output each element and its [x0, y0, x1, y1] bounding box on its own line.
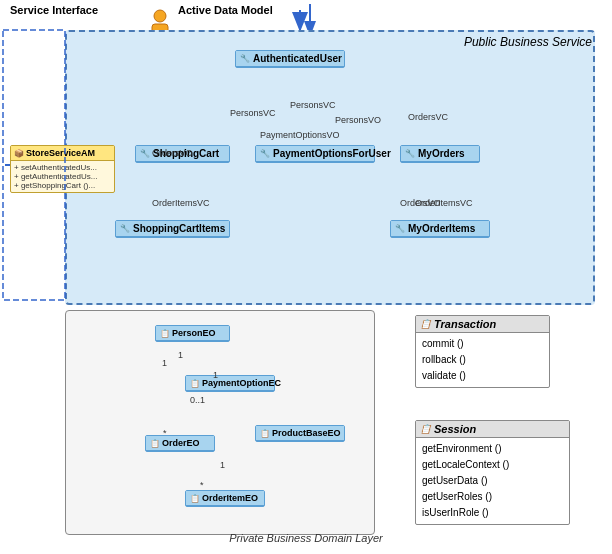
- session-box: 📋 Session getEnvironment () getLocaleCon…: [415, 420, 570, 525]
- order-item-eo-box: 📋 OrderItemEO: [185, 490, 265, 507]
- order-item-eo-header: 📋 OrderItemEO: [186, 491, 264, 506]
- private-domain-label: Private Business Domain Layer: [229, 532, 382, 544]
- orders-vo-label-1: OrdersVO: [152, 148, 193, 158]
- product-base-eo-header: 📋 ProductBaseEO: [256, 426, 344, 441]
- person-eo-header: 📋 PersonEO: [156, 326, 229, 341]
- store-service-am-body: + setAuthenticatedUs... + getAuthenticat…: [11, 161, 114, 192]
- mult-star-b: *: [200, 480, 204, 490]
- my-order-items-box: 🔧 MyOrderItems: [390, 220, 490, 238]
- service-interface-label: Service Interface: [10, 4, 98, 16]
- store-service-am-box: 📦 StoreServiceAM + setAuthenticatedUs...…: [10, 145, 115, 193]
- transaction-box: 📋 Transaction commit () rollback () vali…: [415, 315, 550, 388]
- svg-point-20: [154, 10, 166, 22]
- shopping-cart-items-box: 🔧 ShoppingCartItems: [115, 220, 230, 238]
- order-eo-header: 📋 OrderEO: [146, 436, 214, 451]
- mult-1-d: 1: [220, 460, 225, 470]
- payment-option-ec-header: 📋 PaymentOptionEC: [186, 376, 274, 391]
- mult-1-a: 1: [178, 350, 183, 360]
- mult-1-b: 1: [213, 370, 218, 380]
- mult-star-a: *: [163, 428, 167, 438]
- payment-option-ec-box: 📋 PaymentOptionEC: [185, 375, 275, 392]
- order-items-vc-label-1: OrderItemsVC: [152, 198, 210, 208]
- diagram-container: Service Interface Active Data Model Publ…: [0, 0, 612, 554]
- store-service-am-header: 📦 StoreServiceAM: [11, 146, 114, 161]
- authenticated-user-header: 🔧 AuthenticatedUser: [236, 51, 344, 67]
- transaction-header: 📋 Transaction: [416, 316, 549, 333]
- product-base-eo-box: 📋 ProductBaseEO: [255, 425, 345, 442]
- my-orders-header: 🔧 MyOrders: [401, 146, 479, 162]
- persons-vo-label: PersonsVO: [335, 115, 381, 125]
- authenticated-user-box: 🔧 AuthenticatedUser: [235, 50, 345, 68]
- persons-vc-label-1: PersonsVC: [230, 108, 276, 118]
- payment-options-box: 🔧 PaymentOptionsForUser: [255, 145, 375, 163]
- transaction-body: commit () rollback () validate (): [416, 333, 549, 387]
- persons-vc-label-2: PersonsVC: [290, 100, 336, 110]
- session-header: 📋 Session: [416, 421, 569, 438]
- orders-vo-label-2: OrdersVO: [400, 198, 441, 208]
- session-body: getEnvironment () getLocaleContext () ge…: [416, 438, 569, 524]
- order-eo-box: 📋 OrderEO: [145, 435, 215, 452]
- public-service-box: [65, 30, 595, 305]
- shopping-cart-items-header: 🔧 ShoppingCartItems: [116, 221, 229, 237]
- payment-options-header: 🔧 PaymentOptionsForUser: [256, 146, 374, 162]
- active-data-model-label: Active Data Model: [178, 4, 273, 16]
- public-service-label: Public Business Service: [464, 35, 592, 49]
- payment-options-vo-label: PaymentOptionsVO: [260, 130, 340, 140]
- my-order-items-header: 🔧 MyOrderItems: [391, 221, 489, 237]
- mult-1-c: 1: [162, 358, 167, 368]
- mult-01: 0..1: [190, 395, 205, 405]
- person-eo-box: 📋 PersonEO: [155, 325, 230, 342]
- my-orders-box: 🔧 MyOrders: [400, 145, 480, 163]
- orders-vc-label-1: OrdersVC: [408, 112, 448, 122]
